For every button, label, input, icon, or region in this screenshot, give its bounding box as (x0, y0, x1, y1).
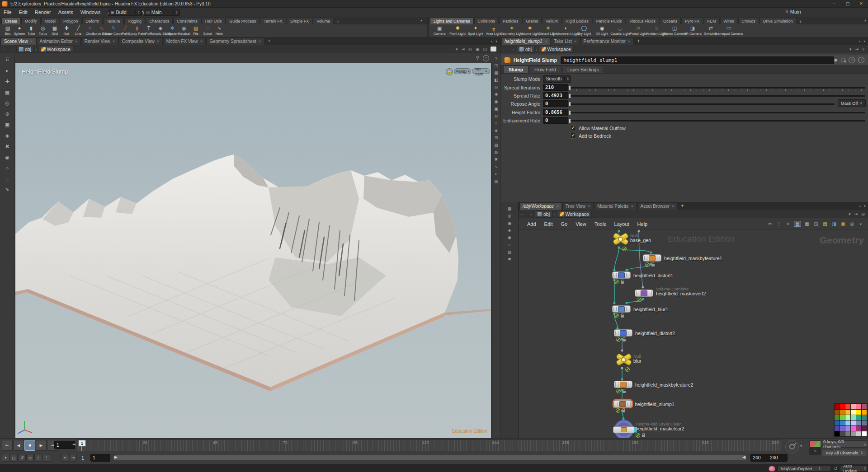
context-chip[interactable]: obj (16, 46, 34, 53)
color-swatch[interactable] (862, 421, 867, 425)
toolbar-icon[interactable]: ○ (2, 164, 12, 173)
dropdown-icon[interactable]: ▾ (456, 47, 458, 51)
node-name-label[interactable]: heightfield_slump1 (635, 402, 675, 407)
toolbar-icon[interactable]: ▸ (2, 66, 12, 75)
bypass-badge[interactable] (622, 247, 627, 251)
shelf-tool[interactable]: ✶Geometry Light (503, 24, 521, 37)
toolbar-icon[interactable]: ◉ (2, 153, 12, 162)
key-button[interactable] (785, 440, 799, 453)
toolbar-icon[interactable]: ✖ (492, 157, 500, 162)
info-icon[interactable]: i (858, 57, 864, 63)
spread-iterations-slider[interactable] (570, 87, 865, 89)
shelf-tool[interactable]: ◐Environment Light (557, 24, 575, 37)
node-body[interactable] (613, 400, 632, 407)
toolbar-icon[interactable]: ⊕ (2, 109, 12, 118)
color-swatch[interactable] (856, 404, 861, 409)
toolbar-icon[interactable]: ▤ (492, 143, 500, 147)
slump-mode-dropdown[interactable]: Smooth (543, 75, 565, 83)
shelf-tool[interactable]: ●Sphere (14, 24, 25, 37)
spread-rate-field[interactable]: 0.4923 (543, 92, 568, 99)
lock-badge[interactable] (651, 264, 655, 266)
node-name-label[interactable]: heightfield_maskbyfeature2 (635, 383, 693, 388)
color-swatch[interactable] (851, 426, 856, 431)
range-handle-right[interactable]: ◀ (742, 455, 745, 459)
pane-tab[interactable]: Material Palette✕ (594, 202, 637, 210)
node-body[interactable] (614, 329, 632, 336)
range-handle-left[interactable]: ▶ (114, 455, 118, 459)
node-name-label[interactable]: blur (633, 359, 642, 364)
shelf-tab[interactable]: Create (1, 18, 21, 24)
node-flag-left[interactable] (615, 331, 618, 335)
bypass-badge[interactable] (645, 262, 650, 267)
playbar-option-icon[interactable]: ( ) (10, 454, 18, 462)
node-name-label[interactable]: heightfield_distort2 (635, 331, 675, 336)
pane-tab[interactable]: Take List✕ (551, 37, 580, 45)
spread-rate-slider[interactable] (570, 95, 865, 97)
color-swatch[interactable] (845, 415, 850, 420)
bypass-badge[interactable] (625, 367, 630, 372)
pane-tab[interactable]: Render View✕ (81, 37, 118, 45)
help-icon[interactable]: ? (483, 55, 489, 61)
node-body[interactable] (614, 420, 634, 438)
parameter-tab[interactable]: Slump (503, 65, 528, 73)
toolbar-icon[interactable]: ◈ (2, 131, 12, 140)
playbar-option-icon[interactable]: ⋮ (42, 454, 50, 462)
bypass-badge[interactable] (636, 433, 640, 438)
toolbar-icon[interactable]: ∿ (492, 164, 500, 169)
toolbar-icon[interactable]: ○ (500, 243, 519, 247)
shelf-overflow-icon[interactable]: ▾ (420, 19, 422, 23)
add-to-bedrock-toggle[interactable]: ✔ Add to Bedrock (570, 133, 611, 139)
node-body[interactable] (643, 254, 661, 262)
pane-tab[interactable]: Geometry Spreadsheet✕ (206, 37, 264, 45)
keys-status-button[interactable]: 0 keys, 0/0 channels▲ (823, 440, 867, 448)
dropdown-icon[interactable]: ▾ (849, 47, 852, 51)
toolbar-icon[interactable]: ◎ (500, 214, 519, 218)
toolbar-icon[interactable]: ⊘ (492, 114, 500, 118)
color-swatch[interactable] (856, 421, 861, 425)
shelf-overflow-icon[interactable]: ▾ (864, 19, 866, 23)
close-icon[interactable]: ✕ (30, 40, 33, 43)
lock-badge[interactable] (621, 315, 624, 318)
network-menu-item[interactable]: Add (523, 221, 540, 227)
toolbar-icon[interactable]: ▦ (492, 70, 500, 75)
shelf-tab[interactable]: Constraints (173, 18, 201, 24)
color-swatch[interactable] (845, 431, 850, 436)
shelf-tab[interactable]: FEM (704, 18, 720, 24)
color-swatch[interactable] (856, 426, 861, 431)
shelf-tool[interactable]: ◡Caustic Light (611, 24, 629, 37)
shelf-tab[interactable]: Model (41, 18, 60, 24)
shelf-tool[interactable]: ◨VR Camera (684, 24, 702, 37)
shelf-tool[interactable]: ✦Spot Light (467, 24, 485, 37)
shelf-tool[interactable]: ▭Gamepad Camera (720, 24, 738, 37)
repose-angle-field[interactable]: 0 (543, 100, 568, 107)
workspace-chip[interactable]: Workspace (539, 46, 574, 53)
network-node[interactable]: HeightField Layer Clearheightfield_maskc… (614, 420, 633, 438)
entrainment-rate-slider[interactable] (570, 120, 865, 122)
shelf-tool[interactable]: ▱Portal Light (629, 24, 647, 37)
toolbar-icon[interactable]: ◐ (492, 172, 500, 176)
back-icon[interactable]: ← (500, 47, 509, 51)
shelf-tool[interactable]: ∿Helix (213, 24, 225, 37)
shelf-tab[interactable]: Viscous Fluids (626, 18, 659, 24)
checkbox-checked[interactable]: ✔ (570, 125, 576, 131)
desktop-selector[interactable]: ⊞ Build ⇕ (108, 9, 142, 16)
color-swatch[interactable] (840, 426, 845, 431)
network-toolbar-icon[interactable]: ◐ (858, 221, 864, 226)
close-icon[interactable]: ✕ (113, 40, 115, 43)
repose-angle-slider[interactable] (570, 103, 835, 105)
lock-icon[interactable]: 🔒 (446, 68, 453, 75)
color-swatch[interactable] (862, 415, 867, 420)
network-node[interactable]: heightfield_maskbyfeature1 (643, 254, 661, 262)
pane-tab[interactable]: Motion FX View✕ (163, 37, 206, 45)
bypass-badge[interactable] (616, 408, 620, 413)
shelf-tab[interactable]: Simple FX (287, 18, 313, 24)
toolbar-icon[interactable]: ▥ (492, 179, 500, 183)
node-body[interactable] (612, 271, 631, 279)
close-icon[interactable]: ✕ (628, 40, 631, 43)
menu-item[interactable]: Edit (15, 9, 31, 15)
network-toolbar-icon[interactable]: ⋮ (776, 221, 782, 226)
toolbar-icon[interactable]: ⊞ (492, 136, 500, 140)
playbar-option-icon[interactable]: ▾ (2, 454, 9, 462)
pane-tab[interactable]: Asset Browser✕ (637, 202, 678, 210)
network-toolbar-icon[interactable]: ◎ (849, 221, 855, 226)
